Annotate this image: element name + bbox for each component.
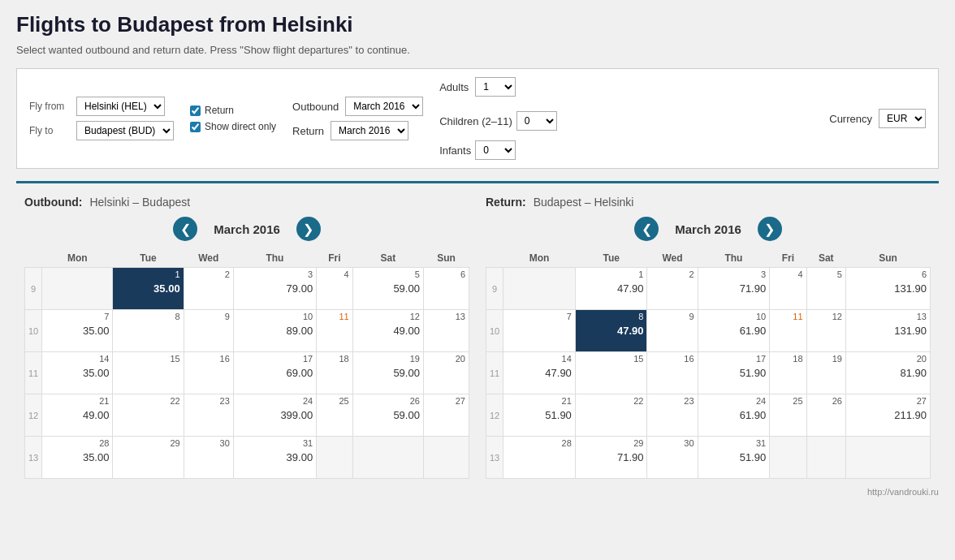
table-row[interactable]: 15 xyxy=(575,352,647,394)
table-row[interactable]: 847.90 xyxy=(575,310,647,352)
table-row[interactable]: 25 xyxy=(770,394,806,437)
fly-to-select[interactable]: Budapest (BUD) xyxy=(76,121,174,140)
table-row[interactable]: 135.00 xyxy=(113,268,184,310)
table-row[interactable]: 559.00 xyxy=(352,268,423,310)
table-row[interactable]: 2971.90 xyxy=(575,437,647,479)
table-row[interactable]: 2081.90 xyxy=(845,352,930,394)
table-row[interactable]: 18 xyxy=(770,352,806,394)
table-row[interactable]: 23 xyxy=(647,394,698,437)
table-row[interactable]: 13 xyxy=(423,310,469,352)
day-number: 4 xyxy=(320,269,349,279)
table-row[interactable]: 11 xyxy=(770,310,806,352)
table-row[interactable]: 28 xyxy=(503,437,576,479)
table-row[interactable]: 25 xyxy=(317,394,353,437)
return-checkbox[interactable] xyxy=(190,106,201,116)
outbound-next-month-button[interactable]: ❯ xyxy=(296,217,321,241)
table-row[interactable]: 1435.00 xyxy=(42,352,113,394)
table-row[interactable]: 2835.00 xyxy=(42,437,113,479)
table-row[interactable]: 24399.00 xyxy=(233,394,316,437)
table-row[interactable]: 2 xyxy=(184,268,233,310)
table-row[interactable]: 1769.00 xyxy=(233,352,316,394)
table-row[interactable]: 6131.90 xyxy=(845,268,930,310)
day-number: 5 xyxy=(810,269,842,279)
table-row[interactable]: 4 xyxy=(770,268,806,310)
table-row[interactable]: 1447.90 xyxy=(503,352,576,394)
day-number: 20 xyxy=(849,354,927,364)
day-price: 51.90 xyxy=(702,451,767,463)
table-row[interactable]: 27211.90 xyxy=(845,394,930,437)
table-row[interactable]: 22 xyxy=(575,394,647,437)
day-number: 9 xyxy=(188,312,230,321)
table-row[interactable]: 27 xyxy=(423,394,469,437)
table-row[interactable]: 7 xyxy=(503,310,576,352)
table-row[interactable]: 3139.00 xyxy=(233,437,316,479)
day-number: 29 xyxy=(579,438,644,448)
table-row[interactable]: 2659.00 xyxy=(352,394,423,437)
table-row[interactable]: 8 xyxy=(113,310,184,352)
table-row[interactable]: 2149.00 xyxy=(42,394,113,437)
day-price: 59.00 xyxy=(357,409,420,421)
table-row[interactable]: 6 xyxy=(423,268,469,310)
day-number: 24 xyxy=(702,396,767,406)
day-number: 20 xyxy=(427,354,465,364)
outbound-prev-month-button[interactable]: ❮ xyxy=(173,217,197,241)
table-row[interactable]: 23 xyxy=(184,394,233,437)
return-sat-header: Sat xyxy=(806,249,845,268)
day-number: 25 xyxy=(320,396,349,406)
table-row[interactable]: 2151.90 xyxy=(503,394,576,437)
table-row[interactable]: 29 xyxy=(113,437,184,479)
return-wed-header: Wed xyxy=(647,249,698,268)
return-prev-month-button[interactable]: ❮ xyxy=(634,217,659,241)
table-row[interactable]: 26 xyxy=(806,394,845,437)
table-row[interactable]: 20 xyxy=(423,352,469,394)
table-row[interactable]: 11 xyxy=(317,310,353,352)
table-row[interactable]: 12 xyxy=(806,310,845,352)
outbound-month-select[interactable]: March 2016 xyxy=(345,97,423,116)
table-row[interactable]: 2461.90 xyxy=(698,394,770,437)
week-number: 9 xyxy=(25,268,42,310)
day-number: 10 xyxy=(702,312,767,321)
currency-select[interactable]: EUR xyxy=(879,109,926,128)
table-row[interactable]: 18 xyxy=(317,352,353,394)
week-number: 9 xyxy=(486,268,503,310)
table-row[interactable]: 22 xyxy=(113,394,184,437)
table-row[interactable]: 379.00 xyxy=(233,268,316,310)
table-row[interactable]: 371.90 xyxy=(698,268,770,310)
table-row[interactable]: 30 xyxy=(647,437,698,479)
fly-from-select[interactable]: Helsinki (HEL) xyxy=(76,97,165,116)
return-month-select[interactable]: March 2016 xyxy=(331,121,408,140)
table-row[interactable]: 16 xyxy=(184,352,233,394)
table-row[interactable]: 13131.90 xyxy=(845,310,930,352)
infants-select[interactable]: 0 xyxy=(475,140,516,160)
table-row[interactable]: 19 xyxy=(806,352,845,394)
table-row[interactable]: 5 xyxy=(806,268,845,310)
table-row[interactable]: 30 xyxy=(184,437,233,479)
table-row[interactable]: 3151.90 xyxy=(698,437,770,479)
day-number: 14 xyxy=(45,354,109,364)
day-price: 35.00 xyxy=(116,282,179,295)
day-number: 28 xyxy=(507,438,572,448)
table-row[interactable]: 9 xyxy=(184,310,233,352)
return-next-month-button[interactable]: ❯ xyxy=(758,217,782,241)
day-price: 59.00 xyxy=(357,282,420,295)
page-title: Flights to Budapest from Helsinki xyxy=(16,12,939,37)
table-row[interactable]: 1249.00 xyxy=(352,310,423,352)
table-row[interactable]: 147.90 xyxy=(575,268,647,310)
day-price: 47.90 xyxy=(507,367,572,379)
day-number: 26 xyxy=(810,396,842,406)
table-row[interactable]: 1959.00 xyxy=(352,352,423,394)
children-select[interactable]: 0 xyxy=(516,111,557,131)
table-row[interactable]: 1061.90 xyxy=(698,310,770,352)
table-row xyxy=(503,268,576,310)
adults-select[interactable]: 1 xyxy=(475,77,516,97)
show-direct-checkbox[interactable] xyxy=(190,122,201,132)
table-row[interactable]: 4 xyxy=(317,268,353,310)
table-row[interactable]: 16 xyxy=(647,352,698,394)
table-row[interactable]: 735.00 xyxy=(42,310,113,352)
table-row[interactable]: 9 xyxy=(647,310,698,352)
table-row[interactable]: 1751.90 xyxy=(698,352,770,394)
table-row[interactable]: 15 xyxy=(113,352,184,394)
table-row[interactable]: 1089.00 xyxy=(233,310,316,352)
table-row[interactable]: 2 xyxy=(647,268,698,310)
day-number: 31 xyxy=(237,438,313,448)
